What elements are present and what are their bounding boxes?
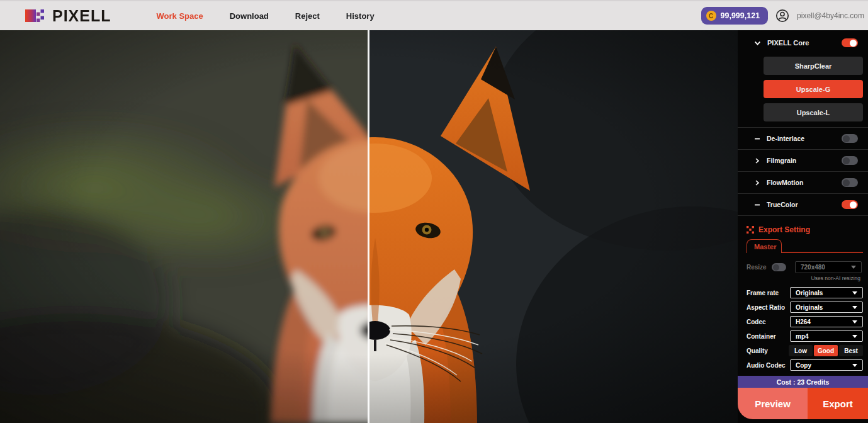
framerate-value: Originals (796, 290, 823, 296)
pixell-core-toggle[interactable] (842, 38, 858, 47)
quality-low-button[interactable]: Low (789, 345, 813, 356)
nav-item-workspace[interactable]: Work Space (157, 11, 203, 21)
account-email: pixell@4by4inc.com (797, 11, 864, 20)
field-row-audio-codec: Audio Codec Copy (747, 359, 863, 371)
action-buttons: Preview Export (738, 388, 868, 419)
feature-label: Filmgrain (767, 157, 796, 164)
feature-row-flowmotion: FlowMotion (738, 172, 868, 194)
framerate-select[interactable]: Originals (790, 287, 863, 298)
feature-row-filmgrain: Filmgrain (738, 150, 868, 172)
truecolor-toggle[interactable] (842, 200, 858, 209)
field-label: Aspect Ratio (747, 304, 785, 311)
export-fields: Frame rate Originals Aspect Ratio Origin… (747, 287, 863, 371)
navbar-right: C 99,999,121 pixell@4by4inc.com (701, 7, 864, 25)
credits-badge[interactable]: C 99,999,121 (701, 7, 769, 25)
pixel-x-icon (747, 226, 754, 234)
field-label: Container (747, 333, 776, 340)
feature-list: De-interlace Filmgrain FlowMotion (738, 127, 868, 216)
feature-row-deinterlace: De-interlace (738, 128, 868, 150)
aspect-ratio-select[interactable]: Originals (790, 302, 863, 313)
quality-good-button[interactable]: Good (814, 345, 838, 356)
resize-row: Resize 720x480 (747, 261, 862, 273)
audio-codec-select[interactable]: Copy (790, 359, 863, 371)
deinterlace-toggle[interactable] (842, 134, 858, 143)
quality-segment: Low Good Best (789, 345, 863, 356)
brand-name: PIXELL (52, 7, 111, 25)
codec-select[interactable]: H264 (790, 316, 863, 327)
chevron-down-icon (852, 364, 857, 367)
quality-best-button[interactable]: Best (839, 345, 863, 356)
container-value: mp4 (796, 333, 809, 340)
export-setting-title: Export Setting (758, 225, 810, 234)
field-row-aspect-ratio: Aspect Ratio Originals (747, 302, 863, 313)
core-mode-list: SharpClear Upscale-G Upscale-L (764, 57, 863, 121)
flowmotion-toggle[interactable] (842, 178, 858, 187)
pixell-logo-icon (24, 6, 47, 25)
chevron-right-icon[interactable] (754, 157, 760, 164)
field-row-codec: Codec H264 (747, 316, 863, 327)
resize-select[interactable]: 720x480 (795, 261, 862, 273)
minus-icon[interactable] (754, 136, 760, 142)
feature-label: De-interlace (767, 135, 804, 142)
field-label: Codec (747, 319, 766, 325)
feature-label: TrueColor (767, 201, 798, 208)
resize-label: Resize (747, 264, 767, 271)
chevron-down-icon (852, 320, 857, 324)
export-setting-header: Export Setting (747, 225, 868, 234)
field-label: Frame rate (747, 290, 779, 296)
panel-bottom-strip (738, 419, 868, 423)
chevron-down-icon (852, 291, 857, 295)
account-icon[interactable] (775, 8, 790, 23)
aspect-ratio-value: Originals (796, 304, 823, 311)
workspace-stage: PIXELL Core SharpClear Upscale-G Upscale… (0, 30, 868, 423)
mode-upscale-g-button[interactable]: Upscale-G (764, 80, 863, 98)
settings-panel: PIXELL Core SharpClear Upscale-G Upscale… (738, 30, 868, 423)
comparison-divider[interactable] (368, 30, 369, 423)
container-select[interactable]: mp4 (790, 330, 863, 342)
top-navbar: PIXELL Work Space Download Reject Histor… (0, 0, 868, 30)
chevron-down-icon (852, 306, 857, 309)
export-button[interactable]: Export (808, 388, 868, 419)
field-label: Quality (747, 347, 768, 354)
brand[interactable]: PIXELL (24, 6, 111, 25)
coin-icon: C (706, 11, 716, 21)
mode-sharpclear-button[interactable]: SharpClear (764, 57, 863, 75)
resize-note: Uses non-AI resizing (738, 275, 860, 281)
feature-label: FlowMotion (767, 179, 803, 186)
feature-row-truecolor: TrueColor (738, 194, 868, 216)
field-row-quality: Quality Low Good Best (747, 345, 863, 356)
field-label: Audio Codec (747, 362, 786, 369)
nav-item-reject[interactable]: Reject (295, 11, 320, 21)
chevron-down-icon (852, 335, 857, 338)
audio-codec-value: Copy (796, 362, 811, 369)
cost-bar: Cost : 23 Credits (738, 376, 868, 388)
pixell-core-label: PIXELL Core (767, 39, 809, 47)
nav-item-history[interactable]: History (346, 11, 375, 21)
tab-underline (782, 239, 863, 253)
chevron-down-icon (851, 266, 856, 269)
field-row-framerate: Frame rate Originals (747, 287, 863, 298)
chevron-down-icon[interactable] (754, 40, 761, 46)
field-row-container: Container mp4 (747, 330, 863, 342)
resize-toggle[interactable] (772, 263, 786, 271)
credits-amount: 99,999,121 (721, 11, 760, 20)
mode-upscale-l-button[interactable]: Upscale-L (764, 103, 863, 121)
main-nav: Work Space Download Reject History (130, 11, 375, 21)
resize-value: 720x480 (801, 264, 825, 271)
comparison-image (0, 30, 738, 423)
minus-icon[interactable] (754, 202, 760, 208)
tab-master[interactable]: Master (747, 239, 782, 253)
chevron-right-icon[interactable] (754, 179, 760, 186)
filmgrain-toggle[interactable] (842, 156, 858, 165)
pixell-core-row: PIXELL Core (754, 33, 858, 52)
export-tabbar: Master (747, 238, 863, 253)
nav-item-download[interactable]: Download (230, 11, 269, 21)
preview-button[interactable]: Preview (738, 388, 808, 419)
codec-value: H264 (796, 319, 811, 325)
